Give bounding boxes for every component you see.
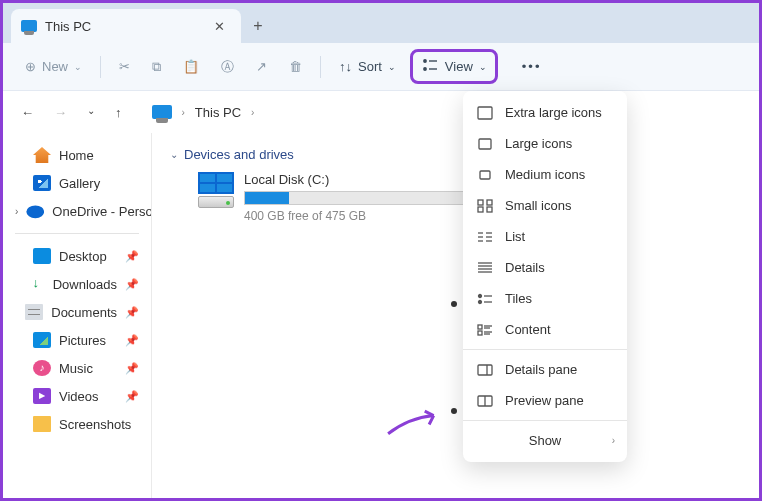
pictures-icon [33,332,51,348]
copy-button[interactable]: ⧉ [144,53,169,81]
sidebar-item-screenshots[interactable]: Screenshots [3,410,151,438]
more-button[interactable]: ••• [514,53,550,80]
download-icon: ↓ [27,276,45,292]
sidebar-item-downloads[interactable]: ↓Downloads📌 [3,270,151,298]
svg-rect-8 [487,200,492,205]
pin-icon: 📌 [125,306,139,319]
sidebar-label: Downloads [53,277,117,292]
home-icon [33,147,51,163]
sort-button[interactable]: ↑↓ Sort ⌄ [331,53,404,80]
paste-button[interactable]: 📋 [175,53,207,80]
expand-icon[interactable]: › [15,206,18,217]
menu-label: Preview pane [505,393,584,408]
cut-button[interactable]: ✂ [111,53,138,80]
menu-large-icons[interactable]: Large icons [463,128,627,159]
menu-preview-pane[interactable]: Preview pane [463,385,627,416]
view-dropdown-menu: Extra large icons Large icons Medium ico… [463,91,627,462]
extra-large-icon [477,106,493,120]
sidebar-item-music[interactable]: Music📌 [3,354,151,382]
svg-rect-9 [478,207,483,212]
new-button[interactable]: ⊕ New ⌄ [17,53,90,80]
sidebar-item-documents[interactable]: Documents📌 [3,298,151,326]
menu-label: Tiles [505,291,532,306]
menu-label: Large icons [505,136,572,151]
menu-details[interactable]: Details [463,252,627,283]
pin-icon: 📌 [125,334,139,347]
details-icon [477,261,493,275]
content-icon [477,323,493,337]
explorer-window: This PC ✕ + ⊕ New ⌄ ✂ ⧉ 📋 Ⓐ ↗ 🗑 ↑↓ Sort … [0,0,762,501]
sidebar-item-pictures[interactable]: Pictures📌 [3,326,151,354]
view-button[interactable]: View ⌄ [410,49,498,84]
menu-details-pane[interactable]: Details pane [463,354,627,385]
command-toolbar: ⊕ New ⌄ ✂ ⧉ 📋 Ⓐ ↗ 🗑 ↑↓ Sort ⌄ View ⌄ ••• [3,43,759,91]
menu-label: Show [529,433,562,448]
sidebar-item-desktop[interactable]: Desktop📌 [3,242,151,270]
chevron-down-icon: ⌄ [388,62,396,72]
menu-small-icons[interactable]: Small icons [463,190,627,221]
svg-rect-6 [480,171,490,179]
sidebar-item-home[interactable]: Home [3,141,151,169]
sidebar-label: Pictures [59,333,106,348]
selected-indicator [451,301,457,307]
sidebar-label: OneDrive - Perso [52,204,151,219]
desktop-icon [33,248,51,264]
menu-show[interactable]: Show› [463,425,627,456]
selected-indicator [451,408,457,414]
sidebar-item-onedrive[interactable]: ›OneDrive - Perso [3,197,151,225]
copy-icon: ⧉ [152,59,161,75]
menu-content[interactable]: Content [463,314,627,345]
gallery-icon [33,175,51,191]
sort-icon: ↑↓ [339,59,352,74]
back-button[interactable]: ← [17,101,38,124]
chevron-right-icon: › [182,107,185,118]
chevron-right-icon: › [612,435,615,446]
svg-rect-28 [478,331,482,335]
new-tab-button[interactable]: + [241,9,275,43]
menu-separator [463,420,627,421]
breadcrumb[interactable]: › This PC › [152,105,255,120]
breadcrumb-location: This PC [195,105,241,120]
chevron-down-icon: ⌄ [74,62,82,72]
svg-rect-5 [479,139,491,149]
tab-this-pc[interactable]: This PC ✕ [11,9,241,43]
rename-button[interactable]: Ⓐ [213,52,242,82]
up-button[interactable]: ↑ [111,101,126,124]
sidebar-item-gallery[interactable]: Gallery [3,169,151,197]
music-icon [33,360,51,376]
group-devices-drives[interactable]: ⌄ Devices and drives [170,147,741,162]
menu-extra-large-icons[interactable]: Extra large icons [463,97,627,128]
separator [100,56,101,78]
svg-rect-7 [478,200,483,205]
sidebar-label: Documents [51,305,117,320]
drive-item[interactable]: Local Disk (C:) 400 GB free of 475 GB [170,172,741,223]
sidebar-item-videos[interactable]: Videos📌 [3,382,151,410]
delete-button[interactable]: 🗑 [281,53,310,80]
pin-icon: 📌 [125,362,139,375]
share-button[interactable]: ↗ [248,53,275,80]
forward-button[interactable]: → [50,101,71,124]
share-icon: ↗ [256,59,267,74]
video-icon [33,388,51,404]
rename-icon: Ⓐ [221,58,234,76]
menu-medium-icons[interactable]: Medium icons [463,159,627,190]
menu-label: Small icons [505,198,571,213]
menu-list[interactable]: List [463,221,627,252]
sidebar-label: Screenshots [59,417,131,432]
sidebar-label: Desktop [59,249,107,264]
sort-label: Sort [358,59,382,74]
pin-icon: 📌 [125,390,139,403]
svg-point-2 [424,68,426,70]
chevron-down-icon: ⌄ [479,62,487,72]
close-tab-icon[interactable]: ✕ [208,17,231,36]
this-pc-icon [21,20,37,32]
chevron-right-icon: › [251,107,254,118]
menu-tiles[interactable]: Tiles [463,283,627,314]
this-pc-icon [152,105,172,119]
pin-icon: 📌 [125,278,139,291]
view-label: View [445,59,473,74]
svg-rect-10 [487,207,492,212]
trash-icon: 🗑 [289,59,302,74]
recent-dropdown[interactable]: ⌄ [83,101,99,124]
menu-label: Medium icons [505,167,585,182]
